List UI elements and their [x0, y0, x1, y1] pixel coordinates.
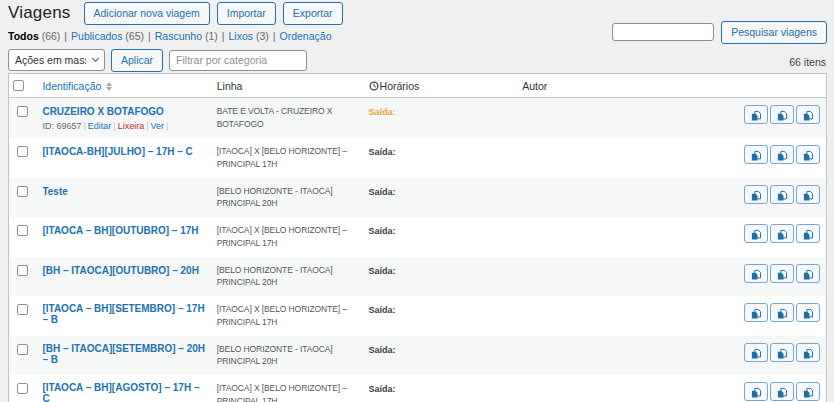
export-button[interactable]: Exportar — [283, 2, 343, 25]
row-select-checkbox[interactable] — [17, 265, 28, 276]
trip-title-link[interactable]: [ITAOCA – BH][OUTUBRO] – 17H — [42, 225, 198, 236]
add-new-trip-button[interactable]: Adicionar nova viagem — [84, 2, 210, 25]
duplicate-icon — [802, 268, 814, 281]
duplicate-button[interactable] — [744, 303, 768, 322]
row-action-separator: | — [146, 121, 148, 131]
select-all-checkbox[interactable] — [13, 80, 24, 91]
table-row: [BH – ITAOCA][OUTUBRO] – 20H[BELO HORIZO… — [9, 257, 827, 297]
schedule-label: Saída: — [369, 305, 396, 315]
duplicate-button[interactable] — [770, 145, 794, 164]
duplicate-button[interactable] — [744, 224, 768, 243]
filter-separator: | — [222, 30, 225, 42]
duplicate-button[interactable] — [770, 224, 794, 243]
duplicate-button[interactable] — [744, 343, 768, 362]
filter-count: (3) — [253, 30, 269, 42]
filter-count: (66) — [39, 30, 61, 42]
page-header: Viagens Adicionar nova viagem Importar E… — [8, 2, 343, 25]
view-link[interactable]: Ver — [151, 121, 165, 131]
row-select-checkbox[interactable] — [17, 146, 28, 157]
column-header-identification: Identificação — [42, 80, 101, 92]
filter-todos[interactable]: Todos — [8, 30, 39, 42]
apply-button[interactable]: Aplicar — [111, 49, 163, 72]
row-actions: ID: 69657|Editar|Lixeira|Ver| — [42, 121, 208, 131]
duplicate-button[interactable] — [770, 264, 794, 283]
status-filters: Todos (66)|Publicados (65)|Rascunho (1)|… — [8, 30, 331, 42]
trip-title-link[interactable]: [ITAOCA – BH][AGOSTO] – 17H – C — [42, 382, 208, 402]
filter-rascunho[interactable]: Rascunho — [155, 30, 202, 42]
duplicate-icon — [776, 189, 788, 202]
row-select-checkbox[interactable] — [17, 304, 28, 315]
duplicate-button[interactable] — [796, 382, 820, 401]
author-cell — [518, 375, 738, 402]
duplicate-button[interactable] — [796, 145, 820, 164]
duplicate-icon — [750, 268, 762, 281]
filter-separator: | — [64, 30, 67, 42]
duplicate-icon — [776, 268, 788, 281]
table-row: Teste[BELO HORIZONTE - ITAOCA] PRINCIPAL… — [9, 178, 827, 218]
edit-link[interactable]: Editar — [88, 121, 112, 131]
table-row: [BH – ITAOCA][SETEMBRO] – 20H – B[BELO H… — [9, 336, 827, 376]
import-button[interactable]: Importar — [217, 2, 276, 25]
bulk-actions-select[interactable]: Ações em massa — [8, 49, 105, 71]
duplicate-icon — [750, 307, 762, 320]
trip-line: [ITAOCA] X [BELO HORIZONTE] – PRINCIPAL … — [217, 303, 361, 329]
filter-count: (1) — [202, 30, 218, 42]
trip-title-link[interactable]: [ITAOCA – BH][SETEMBRO] – 17H – B — [42, 303, 208, 325]
sort-identification-link[interactable]: Identificação — [42, 80, 112, 92]
duplicate-button[interactable] — [770, 343, 794, 362]
schedule-label: Saída: — [369, 107, 396, 117]
filter-publicados[interactable]: Publicados — [71, 30, 122, 42]
duplicate-icon — [750, 228, 762, 241]
duplicate-button[interactable] — [744, 145, 768, 164]
row-select-checkbox[interactable] — [17, 186, 28, 197]
search-area: Pesquisar viagens — [612, 21, 827, 44]
duplicate-button[interactable] — [796, 185, 820, 204]
row-select-checkbox[interactable] — [17, 225, 28, 236]
sort-icon — [106, 82, 112, 91]
bulk-actions-select-wrap: Ações em massa — [8, 49, 105, 71]
row-action-separator: | — [166, 121, 168, 131]
filter-ordenacao[interactable]: Ordenação — [280, 30, 332, 42]
schedule-label: Saída: — [369, 226, 396, 236]
duplicate-button[interactable] — [770, 303, 794, 322]
author-cell — [518, 296, 738, 336]
row-select-checkbox[interactable] — [17, 344, 28, 355]
duplicate-button[interactable] — [796, 105, 820, 124]
duplicate-icon — [750, 149, 762, 162]
search-button[interactable]: Pesquisar viagens — [721, 21, 827, 44]
duplicate-button[interactable] — [744, 185, 768, 204]
filter-lixos[interactable]: Lixos — [229, 30, 254, 42]
duplicate-button[interactable] — [796, 343, 820, 362]
duplicate-button[interactable] — [744, 264, 768, 283]
page-title: Viagens — [8, 3, 71, 23]
duplicate-icon — [750, 189, 762, 202]
duplicate-button[interactable] — [796, 303, 820, 322]
row-select-checkbox[interactable] — [17, 383, 28, 394]
duplicate-icon — [750, 347, 762, 360]
trip-title-link[interactable]: Teste — [42, 186, 67, 197]
search-input[interactable] — [612, 23, 714, 41]
trip-title-link[interactable]: [BH – ITAOCA][OUTUBRO] – 20H — [42, 265, 198, 276]
items-count: 66 itens — [789, 56, 826, 68]
duplicate-button[interactable] — [770, 105, 794, 124]
table-row: [ITAOCA – BH][AGOSTO] – 17H – C[ITAOCA] … — [9, 375, 827, 402]
trip-title-link[interactable]: [BH – ITAOCA][SETEMBRO] – 20H – B — [42, 343, 208, 365]
category-filter-input[interactable] — [169, 50, 307, 71]
duplicate-button[interactable] — [770, 185, 794, 204]
duplicate-button[interactable] — [744, 105, 768, 124]
column-header-actions — [738, 74, 827, 98]
trip-title-link[interactable]: [ITAOCA-BH][JULHO] – 17H – C — [42, 146, 192, 157]
author-cell — [518, 98, 738, 139]
duplicate-button[interactable] — [796, 264, 820, 283]
trip-title-link[interactable]: CRUZEIRO X BOTAFOGO — [42, 106, 163, 117]
duplicate-icon — [802, 228, 814, 241]
row-select-checkbox[interactable] — [17, 106, 28, 117]
duplicate-button[interactable] — [744, 382, 768, 401]
schedule-label: Saída: — [369, 384, 396, 394]
duplicate-button[interactable] — [796, 224, 820, 243]
duplicate-icon — [776, 228, 788, 241]
trash-link[interactable]: Lixeira — [118, 121, 145, 131]
table-row: [ITAOCA – BH][SETEMBRO] – 17H – B[ITAOCA… — [9, 296, 827, 336]
duplicate-button[interactable] — [770, 382, 794, 401]
trip-line: [ITAOCA] X [BELO HORIZONTE] – PRINCIPAL … — [217, 382, 361, 402]
